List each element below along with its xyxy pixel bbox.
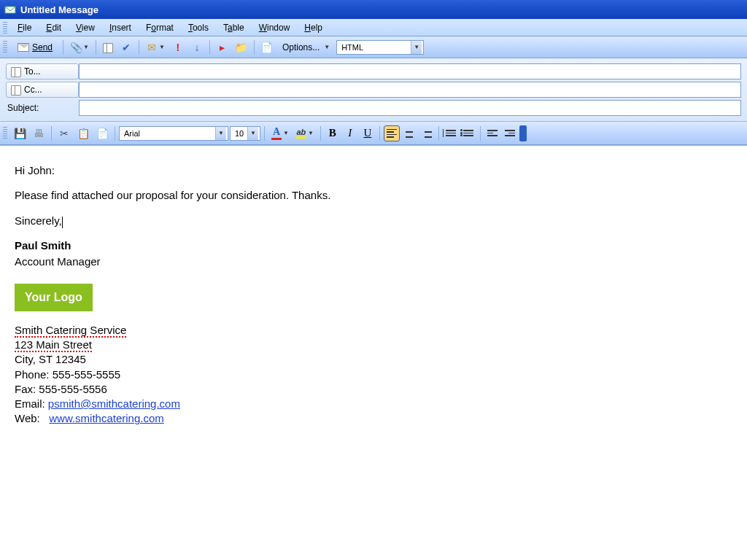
font-select[interactable]: Arial▼ (119, 126, 228, 141)
book-icon (11, 67, 21, 76)
body-line1: Please find attached our proposal for yo… (15, 188, 732, 203)
numbered-list-icon (446, 130, 456, 136)
text-cursor (62, 217, 63, 228)
copy-button[interactable]: 📋 (74, 125, 92, 141)
cut-icon: ✂ (58, 128, 70, 139)
importance-high-button[interactable]: ! (169, 39, 187, 55)
menubar-grip[interactable] (3, 22, 7, 34)
align-left-icon (387, 129, 397, 138)
book-icon (103, 43, 113, 52)
menu-edit[interactable]: Edit (39, 20, 69, 35)
cc-input[interactable] (79, 82, 741, 98)
checkmark-person-icon: ✔ (120, 42, 132, 53)
font-size-select[interactable]: 10▼ (230, 126, 260, 141)
permission-icon: ✉ (146, 42, 158, 53)
address-book-button[interactable] (100, 39, 116, 55)
menu-format[interactable]: Format (139, 20, 181, 35)
paste-icon: 📄 (96, 128, 108, 139)
signature-name: Paul Smith (15, 239, 71, 252)
sig-citystate: City, ST 12345 (15, 352, 732, 367)
options-icon: 📄 (261, 42, 273, 53)
subject-input[interactable] (79, 100, 741, 116)
outdent-icon (487, 130, 498, 136)
bold-button[interactable]: B (325, 125, 341, 141)
permission-button[interactable]: ✉▼ (143, 39, 168, 55)
align-right-button[interactable] (419, 125, 435, 141)
book-icon (11, 85, 21, 94)
decrease-indent-button[interactable] (484, 125, 500, 141)
paperclip-icon: 📎 (70, 42, 82, 53)
sig-web-link[interactable]: www.smithcatering.com (49, 412, 164, 424)
print-button[interactable]: 🖶 (30, 125, 47, 141)
window-title: Untitled Message (20, 4, 98, 15)
numbered-list-button[interactable] (443, 125, 459, 141)
menu-window[interactable]: Window (252, 20, 298, 35)
save-button[interactable]: 💾 (11, 125, 28, 141)
italic-button[interactable]: I (342, 125, 358, 141)
check-names-button[interactable]: ✔ (117, 39, 135, 55)
menu-file[interactable]: File (10, 20, 39, 35)
importance-high-icon: ! (172, 42, 184, 53)
title-bar: Untitled Message (0, 0, 747, 19)
toolbar-grip[interactable] (3, 41, 7, 54)
menu-tools[interactable]: Tools (181, 20, 216, 35)
menu-view[interactable]: View (69, 20, 102, 35)
envelope-header: To... Cc... Subject: (0, 58, 747, 122)
body-greeting: Hi John: (15, 163, 732, 178)
attach-button[interactable]: 📎▼ (67, 39, 92, 55)
menu-help[interactable]: Help (297, 20, 330, 35)
toolbar-overflow-button[interactable] (519, 125, 527, 141)
menu-bar: File Edit View Insert Format Tools Table… (0, 19, 747, 36)
bullet-list-button[interactable] (460, 125, 476, 141)
body-closing: Sincerely, (15, 214, 732, 228)
sig-company: Smith Catering Service (15, 324, 126, 338)
to-input[interactable] (79, 63, 741, 79)
flag-button[interactable]: ▸ (214, 39, 231, 55)
sig-email-link[interactable]: psmith@smithcatering.com (48, 397, 180, 410)
importance-low-button[interactable]: ↓ (188, 39, 206, 55)
message-body-editor[interactable]: Hi John: Please find attached our propos… (0, 145, 747, 555)
options-button[interactable]: Options...▼ (277, 39, 335, 55)
send-button[interactable]: Send (11, 39, 59, 55)
sig-phone: 555-555-5555 (53, 368, 120, 381)
flag-icon: ▸ (217, 42, 228, 53)
print-icon: 🖶 (33, 128, 44, 139)
cc-button[interactable]: Cc... (6, 82, 79, 98)
cut-button[interactable]: ✂ (55, 125, 73, 141)
formatting-toolbar: 💾 🖶 ✂ 📋 📄 Arial▼ 10▼ A▼ ab▼ B I U (0, 122, 747, 145)
increase-indent-button[interactable] (502, 125, 518, 141)
app-icon (4, 4, 16, 15)
options-icon-button[interactable]: 📄 (258, 39, 276, 55)
align-right-icon (422, 129, 432, 138)
to-button[interactable]: To... (6, 63, 79, 79)
underline-button[interactable]: U (360, 125, 376, 141)
align-center-button[interactable] (401, 125, 417, 141)
bullet-list-icon (463, 130, 473, 136)
signature-title: Account Manager (15, 254, 732, 269)
sig-street: 123 Main Street (15, 338, 92, 352)
envelope-icon (18, 43, 29, 52)
align-center-icon (404, 129, 414, 138)
indent-icon (505, 130, 515, 136)
signature-block: Smith Catering Service 123 Main Street C… (15, 323, 732, 427)
folder-icon: 📁 (236, 42, 247, 53)
font-color-button[interactable]: A▼ (268, 125, 292, 141)
folder-button[interactable]: 📁 (233, 39, 250, 55)
message-format-select[interactable]: HTML▼ (336, 40, 424, 55)
toolbar-grip[interactable] (3, 127, 7, 140)
copy-icon: 📋 (77, 128, 89, 139)
subject-label: Subject: (6, 100, 79, 116)
paste-button[interactable]: 📄 (93, 125, 111, 141)
highlight-button[interactable]: ab▼ (293, 125, 317, 141)
importance-low-icon: ↓ (191, 42, 203, 53)
align-left-button[interactable] (384, 125, 400, 141)
letter-a-icon: A (273, 126, 280, 138)
logo-placeholder: Your Logo (15, 284, 93, 311)
menu-insert[interactable]: Insert (102, 20, 139, 35)
save-icon: 💾 (14, 128, 26, 139)
menu-table[interactable]: Table (216, 20, 252, 35)
highlighter-icon: ab (297, 128, 306, 136)
sig-fax: 555-555-5556 (39, 383, 107, 395)
standard-toolbar: Send 📎▼ ✔ ✉▼ ! ↓ ▸ 📁 📄 Options...▼ HTML▼ (0, 36, 747, 58)
